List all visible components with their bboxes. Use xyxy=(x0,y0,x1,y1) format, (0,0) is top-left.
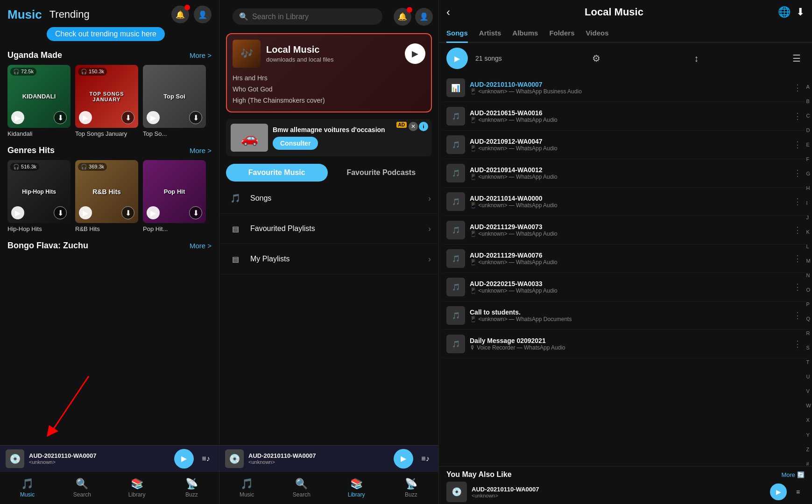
song-3-more[interactable]: ⋮ xyxy=(791,140,805,150)
local-music-card[interactable]: 🎶 Local Music downloads and local files … xyxy=(226,33,432,112)
song-item-8[interactable]: 🎵 AUD-20220215-WA0033 📱 <unknown> — What… xyxy=(443,273,808,301)
local-music-play-btn[interactable]: ▶ xyxy=(405,43,425,64)
alpha-i[interactable]: I xyxy=(806,200,811,206)
song-item-3[interactable]: 🎵 AUD-20210912-WA0047 📱 <unknown> — What… xyxy=(443,131,808,159)
alpha-f[interactable]: F xyxy=(806,156,811,162)
song-9-more[interactable]: ⋮ xyxy=(791,310,805,321)
alpha-r[interactable]: R xyxy=(806,330,811,336)
mid-nav-search[interactable]: 🔍 Search xyxy=(274,478,329,498)
topso-dl[interactable]: ⬇ xyxy=(189,111,202,124)
alpha-m[interactable]: M xyxy=(806,258,811,264)
alpha-v[interactable]: V xyxy=(806,388,811,394)
left-nav-music[interactable]: 🎵 Music xyxy=(0,478,55,498)
card-rnb[interactable]: 🎧 369.3k R&B Hits ▶ ⬇ R&B Hits xyxy=(75,160,138,232)
globe-icon[interactable]: 🌐 xyxy=(778,6,791,18)
kidandali-dl[interactable]: ⬇ xyxy=(54,111,67,124)
fav-music-tab[interactable]: Favourite Music xyxy=(226,164,328,182)
card-topsongs[interactable]: 🎧 150.3k TOP SONGSJANUARY ▶ ⬇ Top Songs … xyxy=(75,65,138,137)
uganda-made-more[interactable]: More > xyxy=(190,51,212,59)
notification-btn[interactable]: 🔔 xyxy=(171,6,189,23)
alpha-d[interactable]: D xyxy=(806,127,811,133)
ymau-play-btn[interactable]: ▶ xyxy=(770,483,787,500)
alpha-k[interactable]: K xyxy=(806,229,811,235)
profile-btn[interactable]: 👤 xyxy=(194,6,212,23)
search-input[interactable] xyxy=(252,13,376,21)
song-item-2[interactable]: 🎵 AUD-20210615-WA0016 📱 <unknown> — What… xyxy=(443,102,808,131)
alpha-g[interactable]: G xyxy=(806,171,811,176)
song-1-more[interactable]: ⋮ xyxy=(791,83,805,93)
alpha-p[interactable]: P xyxy=(806,301,811,307)
ad-close-btn[interactable]: ✕ xyxy=(409,122,418,131)
rnb-play[interactable]: ▶ xyxy=(79,206,92,219)
left-nav-buzz[interactable]: 📡 Buzz xyxy=(164,478,219,498)
ad-consult-btn[interactable]: Consulter xyxy=(273,137,318,150)
fav-podcasts-tab[interactable]: Favourite Podcasts xyxy=(331,164,432,182)
left-nav-library[interactable]: 📚 Library xyxy=(110,478,164,498)
mid-nav-music[interactable]: 🎵 Music xyxy=(219,478,274,498)
alpha-s[interactable]: S xyxy=(806,345,811,350)
mid-nav-library[interactable]: 📚 Library xyxy=(329,478,384,498)
tab-artists[interactable]: Artists xyxy=(479,24,501,43)
alpha-b[interactable]: B xyxy=(806,98,811,104)
tab-folders[interactable]: Folders xyxy=(549,24,574,43)
bongo-flava-more[interactable]: More > xyxy=(190,242,212,250)
topsongs-play[interactable]: ▶ xyxy=(79,111,92,124)
genres-hits-more[interactable]: More > xyxy=(190,147,212,154)
left-np-play[interactable]: ▶ xyxy=(174,449,194,469)
mid-np-play[interactable]: ▶ xyxy=(394,449,413,469)
lib-my-playlists-item[interactable]: ▤ My Playlists › xyxy=(219,244,438,274)
song-7-more[interactable]: ⋮ xyxy=(791,253,805,264)
left-nav-search[interactable]: 🔍 Search xyxy=(55,478,109,498)
song-10-more[interactable]: ⋮ xyxy=(791,339,805,349)
mid-nav-buzz[interactable]: 📡 Buzz xyxy=(384,478,438,498)
song-item-10[interactable]: 🎵 Daily Message 02092021 🎙 Voice Recorde… xyxy=(443,330,808,358)
song-item-9[interactable]: 🎵 Call to students. 📱 <unknown> — WhatsA… xyxy=(443,301,808,330)
alpha-hash[interactable]: # xyxy=(806,461,811,467)
alpha-a[interactable]: A xyxy=(806,84,811,90)
ad-info-btn[interactable]: i xyxy=(419,122,428,131)
alpha-y[interactable]: Y xyxy=(806,432,811,438)
download-icon[interactable]: ⬇ xyxy=(796,6,805,18)
alpha-t[interactable]: T xyxy=(806,359,811,365)
alpha-x[interactable]: X xyxy=(806,417,811,423)
sort-icon[interactable]: ↕ xyxy=(694,53,699,64)
play-all-btn[interactable]: ▶ xyxy=(446,48,468,69)
alpha-c[interactable]: C xyxy=(806,113,811,119)
pophit-play[interactable]: ▶ xyxy=(147,206,160,219)
song-item-7[interactable]: 🎵 AUD-20211129-WA0076 📱 <unknown> — What… xyxy=(443,245,808,273)
rnb-dl[interactable]: ⬇ xyxy=(121,206,134,219)
song-item-1[interactable]: 📊 AUD-20210110-WA0007 📱 <unknown> — What… xyxy=(443,74,808,102)
alpha-z[interactable]: Z xyxy=(806,447,811,452)
card-kidandali[interactable]: 🎧 72.5k KIDANDALI ▶ ⬇ Kidandali xyxy=(7,65,71,137)
lib-favourited-playlists-item[interactable]: ▤ Favourited Playlists › xyxy=(219,214,438,244)
hiphop-dl[interactable]: ⬇ xyxy=(54,206,67,219)
song-item-6[interactable]: 🎵 AUD-20211129-WA0073 📱 <unknown> — What… xyxy=(443,216,808,245)
song-5-more[interactable]: ⋮ xyxy=(791,196,805,207)
alpha-l[interactable]: L xyxy=(806,244,811,249)
alpha-u[interactable]: U xyxy=(806,374,811,379)
alpha-n[interactable]: N xyxy=(806,273,811,278)
song-item-5[interactable]: 🎵 AUD-20211014-WA0000 📱 <unknown> — What… xyxy=(443,188,808,216)
song-2-more[interactable]: ⋮ xyxy=(791,111,805,121)
ymau-queue-btn[interactable]: ≡ xyxy=(791,485,805,498)
mid-profile-btn[interactable]: 👤 xyxy=(415,8,433,26)
alpha-e[interactable]: E xyxy=(806,142,811,147)
card-hiphop[interactable]: 🎧 516.3k Hip-Hop Hits ▶ ⬇ Hip-Hop Hits xyxy=(7,160,71,232)
ymau-more-link[interactable]: More 🔄 xyxy=(781,471,805,478)
song-item-4[interactable]: 🎵 AUD-20210914-WA0012 📱 <unknown> — What… xyxy=(443,159,808,188)
topso-play[interactable]: ▶ xyxy=(147,111,160,124)
alpha-j[interactable]: J xyxy=(806,215,811,220)
tab-albums[interactable]: Albums xyxy=(512,24,538,43)
song-6-more[interactable]: ⋮ xyxy=(791,225,805,235)
list-icon[interactable]: ☰ xyxy=(792,53,801,64)
filter-icon[interactable]: ⚙ xyxy=(592,53,600,64)
card-topso[interactable]: Top Soi ▶ ⬇ Top So... xyxy=(143,65,206,137)
pophit-dl[interactable]: ⬇ xyxy=(189,206,202,219)
alpha-w[interactable]: W xyxy=(806,403,811,408)
song-8-more[interactable]: ⋮ xyxy=(791,282,805,292)
left-np-queue[interactable]: ≡♪ xyxy=(198,451,213,466)
tab-songs[interactable]: Songs xyxy=(446,24,468,43)
kidandali-play[interactable]: ▶ xyxy=(11,111,24,124)
back-button[interactable]: ‹ xyxy=(446,6,450,19)
lib-songs-item[interactable]: 🎵 Songs › xyxy=(219,183,438,214)
